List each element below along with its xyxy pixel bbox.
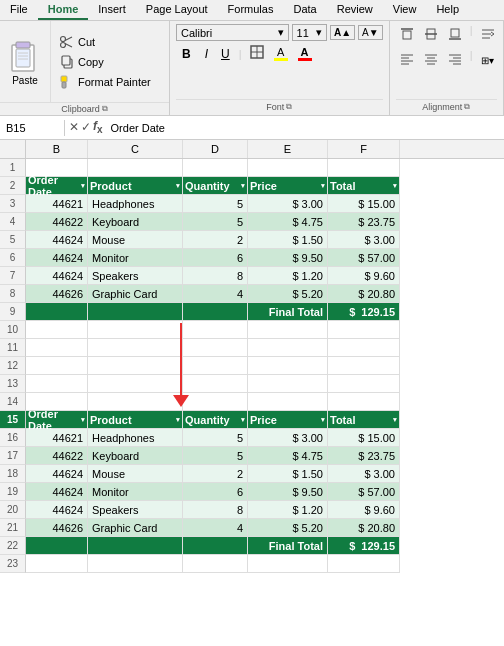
col-header-e[interactable]: E: [248, 140, 328, 158]
cell-b13[interactable]: [26, 375, 88, 393]
cell-b18[interactable]: 44624: [26, 465, 88, 483]
col-header-c[interactable]: C: [88, 140, 183, 158]
bold-button[interactable]: B: [176, 45, 197, 63]
cell-c17[interactable]: Keyboard: [88, 447, 183, 465]
cell-b6[interactable]: 44624: [26, 249, 88, 267]
increase-font-button[interactable]: A▲: [330, 25, 355, 40]
col-header-b[interactable]: B: [26, 140, 88, 158]
cell-f10[interactable]: [328, 321, 400, 339]
cell-d12[interactable]: [183, 357, 248, 375]
cut-button[interactable]: Cut: [57, 33, 154, 51]
tab-formulas[interactable]: Formulas: [218, 0, 284, 20]
cell-d7[interactable]: 8: [183, 267, 248, 285]
cell-f20[interactable]: $ 9.60: [328, 501, 400, 519]
font-name-dropdown[interactable]: Calibri ▾: [176, 24, 289, 41]
cell-c15[interactable]: Product▾: [88, 411, 183, 429]
cell-c21[interactable]: Graphic Card: [88, 519, 183, 537]
cell-f5[interactable]: $ 3.00: [328, 231, 400, 249]
tab-insert[interactable]: Insert: [88, 0, 136, 20]
cell-f4[interactable]: $ 23.75: [328, 213, 400, 231]
cell-c13[interactable]: [88, 375, 183, 393]
cell-f11[interactable]: [328, 339, 400, 357]
cell-c1[interactable]: [88, 159, 183, 177]
cell-f6[interactable]: $ 57.00: [328, 249, 400, 267]
cell-d16[interactable]: 5: [183, 429, 248, 447]
cell-b11[interactable]: [26, 339, 88, 357]
cell-b5[interactable]: 44624: [26, 231, 88, 249]
cell-d9[interactable]: [183, 303, 248, 321]
tab-review[interactable]: Review: [327, 0, 383, 20]
align-top-button[interactable]: [396, 24, 418, 47]
cell-d22[interactable]: [183, 537, 248, 555]
confirm-formula-button[interactable]: ✓: [81, 120, 91, 134]
cell-e20[interactable]: $ 1.20: [248, 501, 328, 519]
cell-b8[interactable]: 44626: [26, 285, 88, 303]
format-painter-button[interactable]: Format Painter: [57, 73, 154, 91]
paste-button[interactable]: Paste: [0, 21, 51, 102]
cell-e21[interactable]: $ 5.20: [248, 519, 328, 537]
cell-c9[interactable]: [88, 303, 183, 321]
copy-button[interactable]: Copy: [57, 53, 154, 71]
cell-b23[interactable]: [26, 555, 88, 573]
cell-b15[interactable]: Order Date▾: [26, 411, 88, 429]
col-header-d[interactable]: D: [183, 140, 248, 158]
tab-help[interactable]: Help: [426, 0, 469, 20]
cell-f23[interactable]: [328, 555, 400, 573]
cell-f9-total-val[interactable]: $ 129.15: [328, 303, 400, 321]
tab-home[interactable]: Home: [38, 0, 89, 20]
cell-c7[interactable]: Speakers: [88, 267, 183, 285]
cell-f13[interactable]: [328, 375, 400, 393]
font-size-dropdown[interactable]: 11 ▾: [292, 24, 327, 41]
cell-b14[interactable]: [26, 393, 88, 411]
clipboard-dialog-launcher[interactable]: ⧉: [102, 104, 108, 114]
cell-d17[interactable]: 5: [183, 447, 248, 465]
cell-d10[interactable]: [183, 321, 248, 339]
cell-b19[interactable]: 44624: [26, 483, 88, 501]
cell-e9-total-label[interactable]: Final Total: [248, 303, 328, 321]
cell-b16[interactable]: 44621: [26, 429, 88, 447]
cell-e12[interactable]: [248, 357, 328, 375]
tab-page-layout[interactable]: Page Layout: [136, 0, 218, 20]
cell-d5[interactable]: 2: [183, 231, 248, 249]
cell-e2[interactable]: Price▾: [248, 177, 328, 195]
alignment-dialog-launcher[interactable]: ⧉: [464, 102, 470, 112]
cell-e6[interactable]: $ 9.50: [248, 249, 328, 267]
cell-c20[interactable]: Speakers: [88, 501, 183, 519]
align-left-button[interactable]: [396, 49, 418, 72]
insert-function-button[interactable]: fx: [93, 119, 103, 135]
cell-d3[interactable]: 5: [183, 195, 248, 213]
cell-e23[interactable]: [248, 555, 328, 573]
cell-b4[interactable]: 44622: [26, 213, 88, 231]
cell-e7[interactable]: $ 1.20: [248, 267, 328, 285]
cell-e1[interactable]: [248, 159, 328, 177]
cell-d18[interactable]: 2: [183, 465, 248, 483]
cell-b21[interactable]: 44626: [26, 519, 88, 537]
cell-f14[interactable]: [328, 393, 400, 411]
cell-e17[interactable]: $ 4.75: [248, 447, 328, 465]
cell-f1[interactable]: [328, 159, 400, 177]
cell-d13[interactable]: [183, 375, 248, 393]
cell-c22[interactable]: [88, 537, 183, 555]
cell-c18[interactable]: Mouse: [88, 465, 183, 483]
wrap-text-button[interactable]: [477, 24, 499, 47]
cell-b22[interactable]: [26, 537, 88, 555]
cell-f18[interactable]: $ 3.00: [328, 465, 400, 483]
cell-c23[interactable]: [88, 555, 183, 573]
cell-e15[interactable]: Price▾: [248, 411, 328, 429]
cell-c19[interactable]: Monitor: [88, 483, 183, 501]
cell-b7[interactable]: 44624: [26, 267, 88, 285]
font-color-button[interactable]: A: [294, 44, 316, 63]
cell-e18[interactable]: $ 1.50: [248, 465, 328, 483]
cell-c6[interactable]: Monitor: [88, 249, 183, 267]
cell-e11[interactable]: [248, 339, 328, 357]
italic-button[interactable]: I: [199, 45, 214, 63]
cell-c5[interactable]: Mouse: [88, 231, 183, 249]
cell-d8[interactable]: 4: [183, 285, 248, 303]
cell-b17[interactable]: 44622: [26, 447, 88, 465]
cell-d4[interactable]: 5: [183, 213, 248, 231]
cell-b2[interactable]: Order Date▾: [26, 177, 88, 195]
align-center-button[interactable]: [420, 49, 442, 72]
tab-data[interactable]: Data: [283, 0, 326, 20]
cell-e10[interactable]: [248, 321, 328, 339]
align-middle-button[interactable]: [420, 24, 442, 47]
